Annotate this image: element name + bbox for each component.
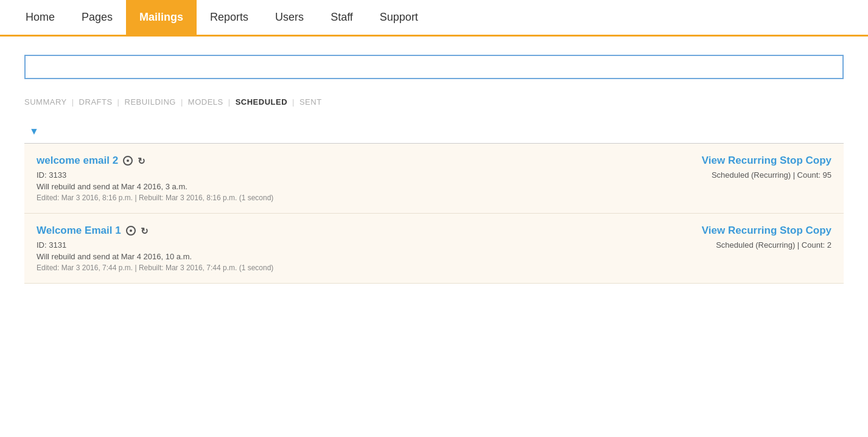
tab-rebuilding[interactable]: REBUILDING: [125, 97, 176, 107]
nav-item-home[interactable]: Home: [12, 0, 68, 35]
page-title: ▼: [24, 124, 844, 137]
mailing-title-0[interactable]: welcome email 2 ↻: [37, 155, 273, 167]
main-nav: HomePagesMailingsReportsUsersStaffSuppor…: [0, 0, 868, 37]
notification-banner: [24, 55, 844, 79]
mailing-name-1[interactable]: Welcome Email 1: [37, 225, 121, 237]
tab-sent[interactable]: SENT: [299, 97, 322, 107]
mailing-rebuild-0: Will rebuild and send at Mar 4 2016, 3 a…: [37, 182, 273, 191]
mailing-left-1: Welcome Email 1 ↻ ID: 3131 Will rebuild …: [37, 225, 273, 272]
tab-drafts[interactable]: DRAFTS: [79, 97, 113, 107]
tab-separator: |: [72, 97, 74, 107]
nav-item-reports[interactable]: Reports: [197, 0, 262, 35]
view-recurring-link-1[interactable]: View Recurring Stop Copy: [702, 225, 831, 237]
mailing-info-icon-1[interactable]: [126, 226, 136, 236]
mailing-name-0[interactable]: welcome email 2: [37, 155, 118, 167]
mailing-refresh-icon-1[interactable]: ↻: [141, 226, 150, 236]
mailing-title-1[interactable]: Welcome Email 1 ↻: [37, 225, 273, 237]
tab-separator: |: [228, 97, 231, 107]
mailing-right-0: View Recurring Stop Copy Scheduled (Recu…: [702, 155, 831, 180]
tab-scheduled[interactable]: SCHEDULED: [236, 97, 287, 107]
mailing-item: Welcome Email 1 ↻ ID: 3131 Will rebuild …: [24, 214, 844, 284]
nav-item-support[interactable]: Support: [366, 0, 432, 35]
mailing-id-0: ID: 3133: [37, 170, 273, 180]
mailing-status-0: Scheduled (Recurring) | Count: 95: [702, 170, 831, 180]
tab-models[interactable]: MODELS: [188, 97, 223, 107]
mailing-refresh-icon-0[interactable]: ↻: [138, 156, 147, 166]
mailings-list: welcome email 2 ↻ ID: 3133 Will rebuild …: [24, 144, 844, 284]
nav-item-mailings[interactable]: Mailings: [126, 0, 197, 35]
tab-bar: SUMMARY|DRAFTS|REBUILDING|MODELS|SCHEDUL…: [24, 97, 844, 107]
mailing-edited-1: Edited: Mar 3 2016, 7:44 p.m. | Rebuilt:…: [37, 264, 273, 272]
tab-separator: |: [181, 97, 183, 107]
mailing-rebuild-1: Will rebuild and send at Mar 4 2016, 10 …: [37, 252, 273, 261]
nav-item-users[interactable]: Users: [262, 0, 317, 35]
tab-separator: |: [117, 97, 120, 107]
mailing-edited-0: Edited: Mar 3 2016, 8:16 p.m. | Rebuilt:…: [37, 194, 273, 202]
tab-summary[interactable]: SUMMARY: [24, 97, 67, 107]
nav-item-pages[interactable]: Pages: [68, 0, 126, 35]
mailing-right-1: View Recurring Stop Copy Scheduled (Recu…: [702, 225, 831, 250]
mailing-info-icon-0[interactable]: [123, 156, 133, 166]
mailing-item: welcome email 2 ↻ ID: 3133 Will rebuild …: [24, 144, 844, 214]
mailing-status-1: Scheduled (Recurring) | Count: 2: [702, 240, 831, 250]
nav-item-staff[interactable]: Staff: [317, 0, 366, 35]
view-recurring-link-0[interactable]: View Recurring Stop Copy: [702, 155, 831, 167]
mailing-left-0: welcome email 2 ↻ ID: 3133 Will rebuild …: [37, 155, 273, 202]
tab-separator: |: [292, 97, 295, 107]
mailing-id-1: ID: 3131: [37, 240, 273, 250]
sort-arrow-icon[interactable]: ▼: [29, 126, 39, 137]
